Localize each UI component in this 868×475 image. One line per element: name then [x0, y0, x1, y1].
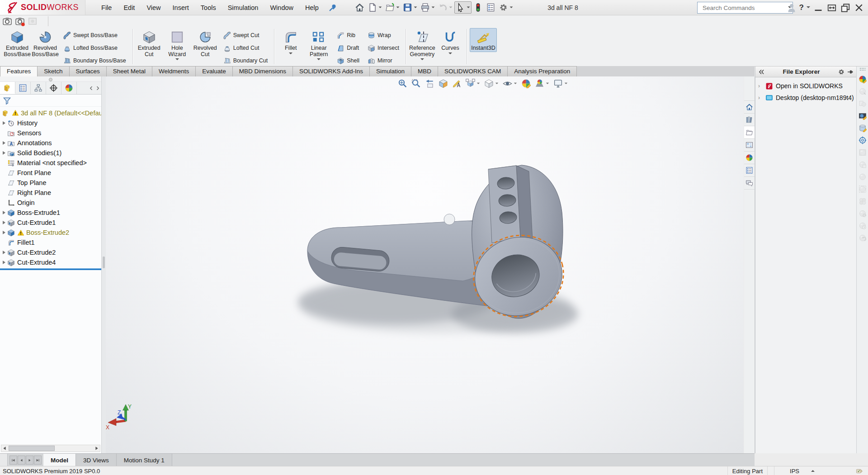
- panel-tab[interactable]: [0, 82, 15, 94]
- render-tool-button[interactable]: [857, 158, 868, 171]
- sheet-tab[interactable]: Motion Study 1: [117, 454, 172, 466]
- render-tool-button[interactable]: [857, 73, 868, 85]
- ribbon-tab[interactable]: SOLIDWORKS Add-Ins: [292, 66, 370, 76]
- taskpane-tab[interactable]: [744, 126, 755, 139]
- extruded-boss-base-button[interactable]: Extruded Boss/Base: [4, 28, 31, 58]
- scroll-left-icon[interactable]: [89, 85, 94, 91]
- swept-boss-base-button[interactable]: Swept Boss/Base: [60, 29, 130, 42]
- dropdown-caret-icon[interactable]: [414, 6, 417, 10]
- expand-arrow-icon[interactable]: [1, 231, 7, 234]
- rib-button[interactable]: Rib: [333, 29, 363, 42]
- headsup-button[interactable]: [438, 78, 448, 89]
- sheet-tab[interactable]: Model: [43, 454, 76, 466]
- render-tool-button[interactable]: [857, 195, 868, 207]
- menu-item[interactable]: Edit: [118, 0, 141, 15]
- expander-icon[interactable]: ›: [758, 83, 763, 89]
- part-block[interactable]: [488, 166, 533, 243]
- dropdown-caret-icon[interactable]: [420, 58, 424, 62]
- headsup-button[interactable]: [553, 78, 568, 89]
- qat-button[interactable]: [472, 1, 484, 14]
- dropdown-caret-icon[interactable]: [495, 82, 498, 85]
- filter-icon[interactable]: [3, 96, 11, 105]
- search-input[interactable]: [702, 4, 783, 12]
- panel-tab[interactable]: [31, 82, 46, 94]
- taskpane-tab[interactable]: [744, 152, 755, 164]
- search-box[interactable]: [697, 2, 793, 14]
- extruded-cut-button[interactable]: Extruded Cut: [136, 28, 163, 58]
- menu-item[interactable]: Insert: [167, 0, 195, 15]
- dropdown-caret-icon[interactable]: [431, 6, 434, 10]
- ribbon-tab[interactable]: Surfaces: [69, 66, 107, 76]
- fillet-button[interactable]: Fillet: [277, 28, 304, 57]
- pane-pin-icon[interactable]: [847, 68, 854, 76]
- dropdown-caret-icon[interactable]: [396, 6, 399, 10]
- pane-options-icon[interactable]: [838, 68, 845, 76]
- dropdown-caret-icon[interactable]: [175, 58, 179, 62]
- qat-button[interactable]: [401, 1, 419, 14]
- menu-item[interactable]: Window: [264, 0, 299, 15]
- taskpane-tab[interactable]: [744, 114, 755, 126]
- lofted-cut-button[interactable]: Lofted Cut: [220, 42, 271, 54]
- sheet-nav-button[interactable]: [34, 456, 42, 465]
- qat-button[interactable]: [354, 1, 366, 14]
- ribbon-tab[interactable]: Sheet Metal: [106, 66, 152, 76]
- tag-icon[interactable]: [855, 467, 863, 475]
- headsup-button[interactable]: [502, 78, 518, 89]
- splitter-handle[interactable]: [103, 256, 105, 268]
- taskpane-tab[interactable]: [744, 177, 755, 190]
- expander-icon[interactable]: ›: [758, 95, 763, 101]
- ribbon-tab[interactable]: Features: [0, 66, 38, 76]
- toolbar-grip[interactable]: [859, 67, 866, 71]
- render-tool-button[interactable]: [857, 232, 868, 244]
- render-tool-button[interactable]: [857, 146, 868, 158]
- qat-button[interactable]: [454, 1, 472, 14]
- headsup-button[interactable]: [534, 78, 550, 89]
- user-icon[interactable]: [787, 3, 797, 13]
- boundary-cut-button[interactable]: Boundary Cut: [220, 54, 271, 67]
- dropdown-caret-icon[interactable]: [378, 6, 382, 10]
- tree-item[interactable]: Top Plane: [0, 178, 101, 188]
- revolved-cut-button[interactable]: Revolved Cut: [192, 28, 219, 58]
- tree-item[interactable]: Annotations: [0, 138, 101, 148]
- scroll-right-icon[interactable]: [95, 85, 100, 91]
- dropdown-caret-icon[interactable]: [448, 52, 452, 56]
- menu-item[interactable]: File: [95, 0, 118, 15]
- boundary-boss-base-button[interactable]: Boundary Boss/Base: [60, 54, 130, 67]
- ribbon-tab[interactable]: SOLIDWORKS CAM: [438, 66, 508, 76]
- help-button[interactable]: ?: [799, 3, 804, 12]
- render-tool-button[interactable]: [857, 207, 868, 219]
- dropdown-caret-icon[interactable]: [289, 52, 292, 56]
- stretch-window-button[interactable]: [826, 2, 837, 13]
- tree-item[interactable]: History: [0, 118, 101, 128]
- headsup-button[interactable]: [484, 78, 499, 89]
- tree-item[interactable]: Solid Bodies(1): [0, 148, 101, 158]
- headsup-button[interactable]: [411, 78, 421, 89]
- curves-button[interactable]: Curves: [437, 28, 464, 57]
- tree-item[interactable]: Origin: [0, 198, 101, 208]
- menu-item[interactable]: View: [141, 0, 166, 15]
- qat-button[interactable]: [384, 1, 401, 14]
- capture-button[interactable]: [2, 16, 13, 26]
- render-tool-button[interactable]: [857, 109, 868, 122]
- linear-pattern-button[interactable]: Linear Pattern: [305, 28, 332, 62]
- dropdown-caret-icon[interactable]: [449, 6, 452, 10]
- dropdown-caret-icon[interactable]: [514, 82, 517, 85]
- menu-item[interactable]: Simulation: [222, 0, 264, 15]
- panel-tab[interactable]: [15, 82, 31, 94]
- tree-item[interactable]: Boss-Extrude2: [0, 228, 101, 238]
- tree-item[interactable]: Right Plane: [0, 188, 101, 198]
- expand-arrow-icon[interactable]: [1, 141, 7, 145]
- panel-tab[interactable]: [46, 82, 61, 94]
- capture-button[interactable]: [14, 16, 25, 26]
- tree-root-item[interactable]: 3d all NF 8 (Default<<Default>_D: [0, 108, 101, 118]
- expand-arrow-icon[interactable]: [1, 261, 7, 264]
- dropdown-caret-icon[interactable]: [565, 82, 567, 85]
- tree-item[interactable]: Fillet1: [0, 238, 101, 247]
- dropdown-caret-icon[interactable]: [467, 6, 470, 10]
- expand-arrow-icon[interactable]: [1, 251, 7, 254]
- render-tool-button[interactable]: [857, 97, 868, 109]
- wrap-button[interactable]: Wrap: [364, 29, 403, 42]
- render-tool-button[interactable]: [857, 183, 868, 195]
- tree-item[interactable]: Front Plane: [0, 168, 101, 178]
- tree-item[interactable]: Material <not specified>: [0, 158, 101, 168]
